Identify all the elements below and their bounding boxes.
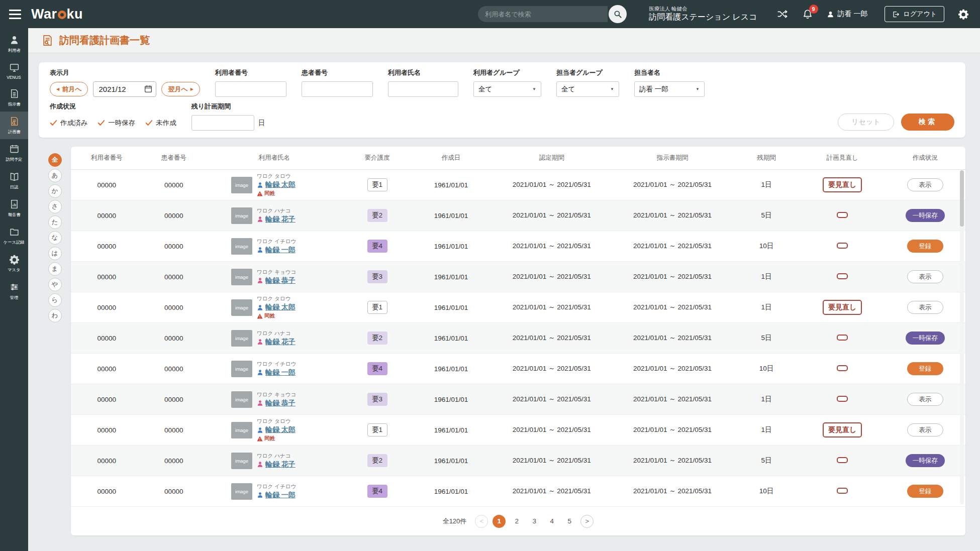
sidebar-item-reports[interactable]: 報告書: [0, 194, 28, 222]
sidebar-item-visit-schedule[interactable]: 訪問予定: [0, 139, 28, 167]
search-button[interactable]: [609, 5, 627, 23]
user-name-link[interactable]: 輪録 花子: [265, 338, 296, 347]
care-level-badge: 要2: [367, 209, 387, 222]
remaining-period-input[interactable]: [191, 115, 254, 131]
user-name-link[interactable]: 輪録 一郎: [265, 491, 296, 500]
sidebar-item-instructions[interactable]: 指示書: [0, 84, 28, 112]
user-name-link[interactable]: 輪録 太郎: [265, 303, 296, 312]
next-month-button[interactable]: 翌月へ ▶: [161, 82, 200, 96]
user-photo-placeholder: image: [231, 361, 252, 377]
warning-icon: [257, 191, 263, 196]
patient-number-cell: 00000: [142, 243, 205, 250]
reset-button[interactable]: リセット: [838, 114, 894, 131]
same-name-warning: 同姓: [257, 190, 296, 197]
sidebar-item-label: VENUS: [7, 75, 22, 79]
status-button[interactable]: 登録: [907, 485, 943, 498]
pagination-page-3[interactable]: 3: [528, 515, 541, 528]
pagination-page-1[interactable]: 1: [493, 515, 506, 528]
status-button[interactable]: 一時保存: [906, 332, 945, 345]
kana-filter-button[interactable]: た: [48, 215, 62, 229]
user-number-cell: 00000: [71, 457, 142, 465]
switch-station-button[interactable]: [776, 9, 789, 20]
settings-button[interactable]: [958, 9, 969, 20]
user-name-cell: image ワロク イチロウ 輪録 一郎: [205, 238, 344, 255]
kana-filter-button[interactable]: な: [48, 231, 62, 245]
top-header: Warku 医療法人 輪鍵会 訪問看護ステーション レスコ 9 訪看 一郎 ログ…: [0, 0, 980, 28]
remaining-period-group: 残り計画期間 日: [191, 102, 265, 131]
scrollbar-thumb[interactable]: [960, 170, 964, 227]
status-filter-created-checkbox[interactable]: 作成済み: [50, 119, 87, 128]
kana-filter-button[interactable]: は: [48, 247, 62, 260]
user-name-link[interactable]: 輪録 花子: [265, 215, 296, 224]
filter-search-button[interactable]: 検索: [901, 114, 954, 131]
user-name-cell: image ワロク ハナコ 輪録 花子: [205, 330, 344, 347]
creation-status-label: 作成状況: [50, 102, 176, 111]
gender-icon: [257, 369, 263, 376]
main-content: 訪問看護計画書一覧 表示月 ◀ 前月へ: [28, 28, 980, 551]
pagination-page-5[interactable]: 5: [563, 515, 576, 528]
search-input[interactable]: [478, 6, 608, 22]
prev-month-button[interactable]: ◀ 前月へ: [50, 82, 88, 96]
care-level-cell: 要2: [344, 332, 411, 345]
staff-group-select[interactable]: 全て ▼: [556, 81, 619, 97]
user-name-input[interactable]: [388, 81, 458, 97]
status-button[interactable]: 表示: [907, 270, 943, 283]
user-name-link[interactable]: 輪録 恭子: [265, 276, 296, 285]
current-user[interactable]: 訪看 一郎: [827, 10, 868, 19]
kana-filter-button[interactable]: か: [48, 184, 62, 198]
status-button[interactable]: 表示: [907, 393, 943, 406]
sidebar-item-venus[interactable]: VENUS: [0, 58, 28, 84]
sidebar-item-care-plans[interactable]: 計画書: [0, 112, 28, 139]
status-button[interactable]: 登録: [907, 240, 943, 253]
sidebar-item-users[interactable]: 利用者: [0, 30, 28, 58]
user-name-kana: ワロク イチロウ: [257, 238, 296, 245]
app-logo: Warku: [31, 7, 83, 22]
status-button[interactable]: 一時保存: [906, 209, 945, 222]
care-level-cell: 要4: [344, 362, 411, 375]
kana-filter-button[interactable]: ら: [48, 293, 62, 307]
pagination-page-2[interactable]: 2: [510, 515, 523, 528]
sidebar-item-label: 指示書: [8, 101, 21, 107]
user-name-link[interactable]: 輪録 恭子: [265, 399, 296, 408]
status-button[interactable]: 表示: [907, 178, 943, 191]
patient-number-input[interactable]: [302, 81, 373, 97]
status-filter-draft-checkbox[interactable]: 一時保存: [97, 119, 135, 128]
user-number-input[interactable]: [215, 81, 286, 97]
user-name-link[interactable]: 輪録 一郎: [265, 368, 296, 377]
status-button[interactable]: 表示: [907, 423, 943, 436]
pagination-next-button[interactable]: >: [580, 515, 594, 528]
menu-icon[interactable]: [9, 10, 21, 19]
pagination-prev-button[interactable]: <: [475, 515, 488, 528]
status-button[interactable]: 一時保存: [906, 454, 945, 467]
staff-name-select[interactable]: 訪看 一郎 ▼: [634, 81, 705, 97]
status-button[interactable]: 登録: [907, 362, 943, 375]
notifications-button[interactable]: 9: [802, 9, 813, 20]
kana-filter-button[interactable]: 全: [48, 153, 62, 167]
staff-name-group: 担当者名 訪看 一郎 ▼: [634, 68, 705, 97]
user-name-link[interactable]: 輪録 花子: [265, 460, 296, 469]
sidebar-item-admin[interactable]: 管理: [0, 277, 28, 305]
check-icon: [145, 120, 153, 126]
logout-button[interactable]: ログアウト: [885, 6, 944, 22]
shuffle-icon: [776, 9, 789, 20]
sidebar-item-master[interactable]: マスタ: [0, 250, 28, 277]
user-name-link[interactable]: 輪録 太郎: [265, 425, 296, 434]
kana-filter-button[interactable]: あ: [48, 169, 62, 182]
status-filter-not-created-checkbox[interactable]: 未作成: [145, 119, 176, 128]
care-level-cell: 要2: [344, 454, 411, 467]
kana-filter-button[interactable]: ま: [48, 262, 62, 276]
status-button[interactable]: 表示: [907, 301, 943, 314]
month-input[interactable]: [93, 81, 156, 97]
sidebar-item-journal[interactable]: 日誌: [0, 167, 28, 194]
sidebar-item-case-records[interactable]: ケース記録: [0, 222, 28, 250]
kana-filter-button[interactable]: わ: [48, 309, 62, 322]
kana-filter: 全あかさたなはまやらわ: [39, 147, 71, 322]
kana-filter-button[interactable]: や: [48, 278, 62, 291]
instruction-period-cell: 2021/01/01 ～ 2021/05/31: [612, 425, 733, 434]
user-group-select[interactable]: 全て ▼: [473, 81, 541, 97]
user-name-link[interactable]: 輪録 太郎: [265, 180, 296, 189]
user-name-link[interactable]: 輪録 一郎: [265, 246, 296, 255]
pagination-page-4[interactable]: 4: [545, 515, 558, 528]
table-scrollbar[interactable]: [960, 170, 964, 504]
kana-filter-button[interactable]: さ: [48, 200, 62, 213]
